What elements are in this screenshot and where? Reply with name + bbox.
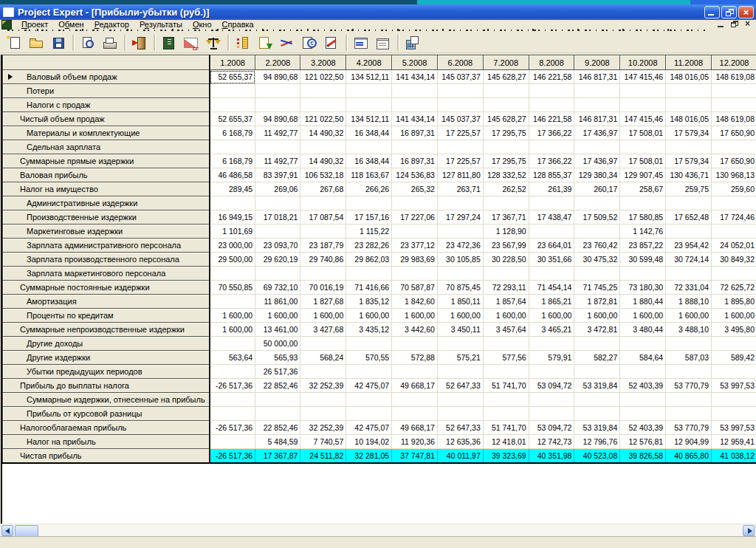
cell[interactable] [346,407,392,421]
cell[interactable]: 12 635,36 [437,435,483,449]
cell[interactable] [483,337,529,351]
row-label[interactable]: Зарплата маркетингового персонала [3,267,210,281]
row-label[interactable]: Налог на прибыль [3,435,210,449]
cell[interactable]: 269,06 [255,182,300,196]
cell[interactable] [529,225,574,239]
cell[interactable] [574,267,620,281]
cell[interactable]: 17 579,34 [666,154,712,168]
new-document-button[interactable] [3,33,25,52]
cell[interactable]: -26 517,36 [210,421,255,435]
cell[interactable]: 266,26 [346,182,392,196]
cell[interactable] [210,196,255,210]
cell[interactable]: 1 600,00 [529,309,574,323]
cell[interactable]: 124 536,83 [392,168,438,182]
cell[interactable]: 1 880,44 [620,295,666,309]
cell[interactable] [666,267,712,281]
cell[interactable]: 3 457,64 [483,323,529,337]
cell[interactable]: 261,39 [529,182,574,196]
cell[interactable]: 23 472,36 [437,239,483,253]
cell[interactable]: 52 647,33 [437,379,483,393]
row-label[interactable]: Прибыль до выплаты налога [3,379,210,393]
cell[interactable]: 147 415,46 [620,70,666,84]
cell[interactable]: 262,52 [483,182,529,196]
cell[interactable]: 572,88 [392,351,438,365]
cell[interactable]: 5 484,59 [255,435,300,449]
cell[interactable]: 70 016,19 [300,281,346,295]
exit-button[interactable] [128,33,151,52]
cell[interactable]: 23 093,70 [255,239,300,253]
cell[interactable]: 53 319,84 [574,379,620,393]
cell[interactable] [574,393,620,407]
cell[interactable]: 16 897,31 [392,126,438,140]
cell[interactable]: 565,93 [255,351,300,365]
cell[interactable] [711,140,756,154]
scroll-left-button[interactable] [1,525,13,536]
cell[interactable]: 71 454,14 [529,281,574,295]
cell[interactable] [437,196,483,210]
cell[interactable]: 118 163,67 [346,168,392,182]
cell[interactable]: 263,71 [437,182,483,196]
cell[interactable] [666,140,712,154]
row-label[interactable]: Амортизация [3,295,210,309]
column-header[interactable]: 3.2008 [300,55,346,70]
cell[interactable] [574,225,620,239]
cell[interactable]: 1 101,69 [210,225,255,239]
cell[interactable]: 40 011,97 [437,449,483,463]
cell[interactable]: 51 741,70 [483,379,529,393]
print-preview-button[interactable] [77,33,99,52]
cell[interactable]: 145 628,27 [483,112,529,126]
cell[interactable]: 11 920,36 [392,435,438,449]
cell[interactable] [392,140,438,154]
cell[interactable]: 11 861,00 [255,295,300,309]
cell[interactable]: 130 436,71 [666,168,712,182]
cell[interactable]: 51 741,70 [483,421,529,435]
cell[interactable]: 12 418,01 [483,435,529,449]
cell[interactable] [346,337,392,351]
cell[interactable]: 22 852,46 [255,379,300,393]
cell[interactable]: 37 747,81 [392,449,438,463]
cell[interactable]: 23 954,42 [666,239,712,253]
cell[interactable] [529,140,574,154]
cell[interactable]: 52 403,39 [620,421,666,435]
cell[interactable]: 1 600,00 [392,309,438,323]
cell[interactable]: 582,27 [574,351,620,365]
row-label[interactable]: Зарплата производственного персонала [3,253,210,267]
cell[interactable]: 17 227,06 [392,210,438,225]
cell[interactable]: 265,32 [392,182,438,196]
cell[interactable] [666,337,712,351]
cell[interactable]: 17 580,85 [620,210,666,225]
cell[interactable]: 579,91 [529,351,574,365]
cell[interactable]: -26 517,36 [210,449,255,463]
row-label[interactable]: Чистая прибыль [3,449,210,463]
cell[interactable]: 289,45 [210,182,255,196]
cell[interactable]: 17 436,97 [574,126,620,140]
row-label[interactable]: Суммарные непроизводственные издержки [3,323,210,337]
cell[interactable]: 1 600,00 [346,309,392,323]
cell[interactable]: 3 495,80 [711,323,756,337]
cell[interactable]: 1 600,00 [210,323,255,337]
cell[interactable]: 134 512,11 [346,112,392,126]
cell[interactable] [255,84,300,98]
cell[interactable]: 17 295,75 [483,154,529,168]
cell[interactable] [711,365,756,379]
row-label[interactable]: Суммарные постоянные издержки [3,281,210,295]
cell[interactable] [529,98,574,112]
cell[interactable]: 127 811,80 [437,168,483,182]
cell[interactable] [620,84,666,98]
row-label[interactable]: Проценты по кредитам [3,309,210,323]
scroll-right-button[interactable] [743,525,755,536]
cell[interactable] [300,337,346,351]
cell[interactable]: 49 668,17 [392,421,438,435]
cell[interactable]: 53 770,79 [666,421,712,435]
cell[interactable]: 52 647,33 [437,421,483,435]
cell[interactable]: 17 650,90 [711,154,756,168]
cell[interactable]: 1 865,21 [529,295,574,309]
cell[interactable]: 3 427,68 [300,323,346,337]
cell[interactable]: 11 492,77 [255,126,300,140]
cell[interactable] [300,407,346,421]
cell[interactable]: 146 817,31 [574,112,620,126]
cell[interactable]: 577,56 [483,351,529,365]
cell[interactable]: 1 600,00 [483,309,529,323]
cell[interactable] [300,393,346,407]
cell[interactable]: 70 550,85 [210,281,255,295]
